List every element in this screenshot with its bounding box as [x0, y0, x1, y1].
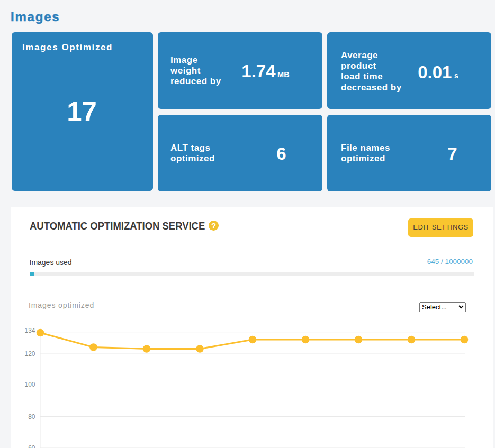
svg-text:120: 120: [24, 350, 35, 358]
svg-text:60: 60: [28, 444, 35, 448]
svg-text:100: 100: [24, 381, 35, 388]
svg-text:80: 80: [28, 413, 35, 420]
svg-text:134: 134: [24, 327, 35, 334]
